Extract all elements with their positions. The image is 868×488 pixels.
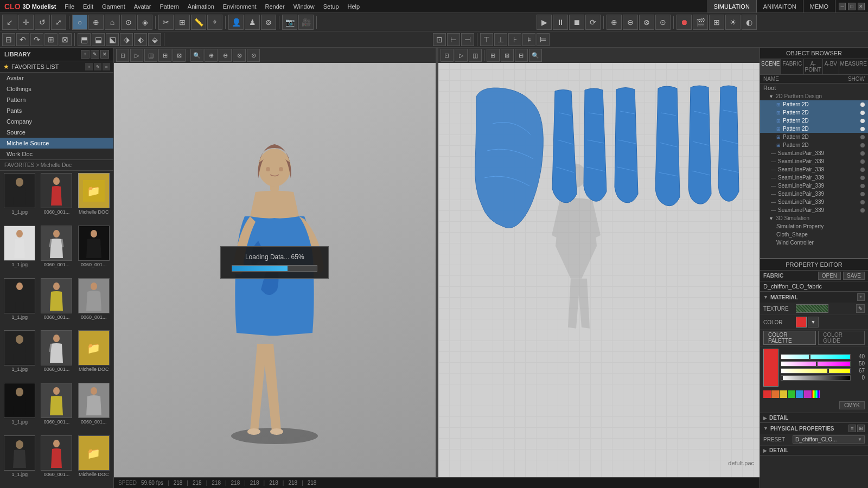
tool-avatar[interactable]: 👤 (228, 15, 244, 30)
menu-edit[interactable]: Edit (79, 0, 98, 12)
tool-move[interactable]: ✛ (18, 15, 34, 30)
win-close[interactable]: ✕ (858, 3, 865, 10)
tool-2d-10[interactable]: ⬖ (134, 33, 147, 46)
sim-grid[interactable]: ⊞ (709, 15, 724, 30)
ob-tab-apoint[interactable]: A-POINT (804, 59, 824, 74)
ob-sim-prop[interactable]: Simulation Property (760, 222, 868, 230)
fav-btn2[interactable]: ✎ (94, 63, 101, 70)
tool-3d-move[interactable]: ⊕ (88, 15, 104, 30)
color-swatch[interactable] (796, 317, 807, 328)
viewport-3d[interactable]: ⊡ ▷ ◫ ⊞ ⊠ 🔍 ⊕ ⊖ ⊗ ⊙ (114, 48, 436, 477)
thumb-item[interactable]: 0060_001... (39, 435, 74, 486)
tool-2d-9[interactable]: ⬗ (120, 33, 133, 46)
k-slider[interactable] (781, 375, 851, 381)
menu-help[interactable]: Help (343, 0, 365, 12)
c-slider[interactable] (781, 354, 851, 359)
lib-add-btn[interactable]: + (81, 50, 90, 59)
tool-2d-r5[interactable]: ⊥ (494, 33, 507, 46)
tool-select[interactable]: ↙ (2, 15, 17, 30)
sim-shader[interactable]: ◐ (742, 15, 757, 30)
ob-seam5[interactable]: — SeamLinePair_339 (760, 182, 868, 190)
tool-2d-4[interactable]: ⊞ (44, 33, 58, 46)
ob-seam4[interactable]: — SeamLinePair_339 (760, 174, 868, 182)
tool-2d-r8[interactable]: ⊨ (537, 33, 550, 46)
ob-seam8[interactable]: — SeamLinePair_339 (760, 206, 868, 214)
y-slider[interactable] (781, 368, 851, 374)
vp2d-btn5[interactable]: ⊠ (501, 49, 514, 62)
ob-item-pattern5[interactable]: ⊞ Pattern 2D (760, 133, 868, 141)
ob-item-pattern4[interactable]: ⊞ Pattern 2D (760, 125, 868, 133)
ob-seam6[interactable]: — SeamLinePair_339 (760, 190, 868, 198)
color-edit-btn[interactable]: ▼ (808, 317, 819, 328)
tool-2d-r1[interactable]: ⊡ (433, 33, 446, 46)
sim-btn3[interactable]: ⏹ (569, 15, 584, 30)
ob-tab-abv[interactable]: A-BV (823, 59, 839, 74)
menu-file[interactable]: File (60, 0, 79, 12)
pe-save-btn[interactable]: SAVE (843, 272, 865, 280)
ob-cloth-shape[interactable]: Cloth_Shape (760, 230, 868, 239)
thumb-item[interactable]: 0060_001... (39, 278, 74, 329)
ob-seam7[interactable]: — SeamLinePair_339 (760, 198, 868, 206)
texture-edit-btn[interactable]: ✎ (856, 304, 865, 313)
sim-cam[interactable]: 🎬 (693, 15, 708, 30)
tab-simulation[interactable]: SIMULATION (707, 0, 756, 12)
thumb-item[interactable]: 1_1.jpg (2, 173, 37, 223)
tool-scale[interactable]: ⤢ (51, 15, 66, 30)
menu-pattern[interactable]: Pattern (155, 0, 183, 12)
nav-michelle-source[interactable]: Michelle Source (0, 138, 113, 149)
vp3d-btn8[interactable]: ⊖ (219, 49, 232, 62)
tool-2d-r2[interactable]: ⊢ (447, 33, 460, 46)
ob-show-btn[interactable]: SHOW (848, 76, 865, 82)
thumb-item[interactable]: 0060_001... (76, 278, 111, 329)
vp3d-btn7[interactable]: ⊕ (205, 49, 218, 62)
thumb-item[interactable]: 0060_001... (39, 226, 74, 276)
ob-tab-measure[interactable]: MEASURE (839, 59, 868, 74)
sim-btn5[interactable]: ⊕ (607, 15, 622, 30)
nav-company[interactable]: Company (0, 116, 113, 127)
tool-avatar2[interactable]: ♟ (245, 15, 260, 30)
sim-btn1[interactable]: ▶ (537, 15, 552, 30)
vp3d-btn10[interactable]: ⊙ (247, 49, 260, 62)
lib-edit-btn[interactable]: ✎ (91, 50, 99, 59)
vp3d-btn1[interactable]: ⊡ (116, 49, 129, 62)
tool-sim[interactable]: ◈ (137, 15, 152, 30)
nav-pattern[interactable]: Pattern (0, 94, 113, 105)
sim-rec[interactable]: ⏺ (676, 15, 692, 30)
pal-purple[interactable] (804, 390, 812, 398)
pe-open-btn[interactable]: OPEN (818, 272, 841, 280)
tool-rotate[interactable]: ↺ (35, 15, 50, 30)
ob-item-pattern3[interactable]: ⊞ Pattern 2D (760, 117, 868, 125)
tool-2d-r6[interactable]: ⊦ (508, 33, 521, 46)
tool-2d-6[interactable]: ⬒ (78, 33, 91, 46)
vp2d-btn6[interactable]: ⊟ (515, 49, 528, 62)
pal-blue[interactable] (796, 390, 803, 398)
tool-cam2[interactable]: 🎥 (298, 15, 314, 30)
menu-environment[interactable]: Environment (219, 0, 261, 12)
thumb-item[interactable]: 1_1.jpg (2, 278, 37, 329)
tool-2d-2[interactable]: ↶ (16, 33, 29, 46)
tool-2d-r7[interactable]: ⊧ (522, 33, 535, 46)
pal-green[interactable] (788, 390, 795, 398)
ob-tab-scene[interactable]: SCENE (760, 59, 781, 74)
tool-3d-select[interactable]: ○ (72, 15, 87, 30)
menu-animation[interactable]: Animation (183, 0, 219, 12)
vp2d-btn3[interactable]: ◫ (469, 49, 482, 62)
pe-physical-header[interactable]: ▼ PHYSICAL PROPERTIES ≡ ⊞ (760, 423, 868, 434)
nav-clothings[interactable]: Clothings (0, 84, 113, 94)
ob-tab-fabric[interactable]: FABRIC (781, 59, 803, 74)
viewport-2d[interactable]: ⊡ ▷ ◫ ⊞ ⊠ ⊟ 🔍 (438, 48, 760, 477)
menu-avatar[interactable]: Avatar (130, 0, 156, 12)
tool-2d-r4[interactable]: ⊤ (480, 33, 493, 46)
tool-2d-1[interactable]: ⊟ (2, 33, 15, 46)
tool-2d-7[interactable]: ⬓ (92, 33, 105, 46)
sim-btn6[interactable]: ⊖ (623, 15, 638, 30)
vp3d-btn6[interactable]: 🔍 (190, 49, 203, 62)
vp3d-btn3[interactable]: ◫ (144, 49, 157, 62)
nav-source[interactable]: Source (0, 127, 113, 138)
ob-seam3[interactable]: — SeamLinePair_339 (760, 165, 868, 174)
vp3d-btn4[interactable]: ⊞ (158, 49, 171, 62)
texture-preview[interactable] (796, 304, 828, 313)
color-guide-tab[interactable]: COLOR GUIDE (818, 331, 865, 345)
vp2d-btn2[interactable]: ▷ (455, 49, 468, 62)
thumb-item[interactable]: 1_1.jpg (2, 226, 37, 276)
